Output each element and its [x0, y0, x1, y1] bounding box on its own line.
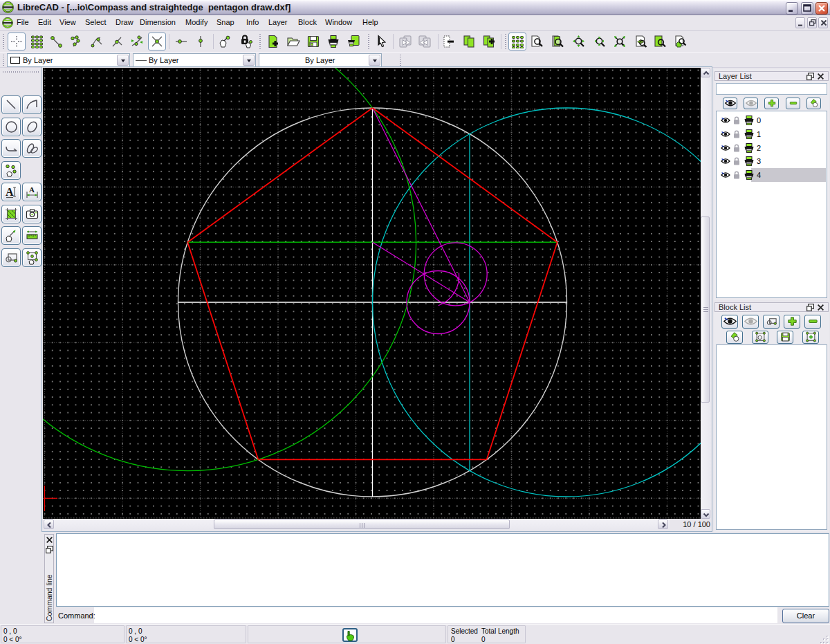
menu-draw[interactable]: Draw: [116, 18, 133, 26]
layer-row-4[interactable]: 4: [717, 168, 826, 182]
pen-linetype-combo[interactable]: By Layer: [133, 53, 256, 67]
toolbar-button-redo[interactable]: [416, 33, 434, 50]
scroll-up-button[interactable]: [701, 68, 710, 77]
menu-info[interactable]: Info: [246, 18, 259, 26]
toolbar-handle[interactable]: [505, 34, 506, 49]
layer-visible-icon[interactable]: [721, 145, 730, 151]
layer-lock-icon[interactable]: [733, 144, 740, 152]
toolbar-button-grid-toggle[interactable]: [508, 33, 526, 50]
cad-button-edit-entity[interactable]: [1, 226, 21, 245]
select-block-button[interactable]: [752, 331, 768, 344]
layer-print-icon[interactable]: [744, 156, 755, 166]
menu-help[interactable]: Help: [362, 18, 378, 26]
show-all-blocks-button[interactable]: [721, 315, 738, 329]
cad-button-draw-text[interactable]: [1, 183, 21, 201]
toolbar-handle[interactable]: [3, 71, 40, 73]
toolbar-button-lock-relative-zero[interactable]: [237, 33, 255, 50]
scroll-right-button[interactable]: [658, 519, 668, 529]
dock-float-icon[interactable]: [806, 304, 814, 311]
cad-button-block-create[interactable]: [1, 248, 21, 267]
vertical-scroll-thumb[interactable]: [701, 217, 710, 403]
toolbar-button-zoom-window[interactable]: [651, 33, 669, 50]
menu-window[interactable]: Window: [325, 18, 352, 26]
layer-print-icon[interactable]: [744, 116, 755, 125]
dock-close-icon[interactable]: [817, 73, 824, 80]
layer-print-icon[interactable]: [744, 143, 755, 153]
layer-print-icon[interactable]: [744, 129, 755, 139]
dock-close-icon[interactable]: [46, 536, 53, 544]
layer-visible-icon[interactable]: [721, 117, 730, 124]
combo-dropdown-icon[interactable]: [117, 55, 129, 66]
combo-dropdown-icon[interactable]: [369, 55, 380, 66]
toolbar-button-snap-grid[interactable]: [28, 33, 46, 50]
layer-visible-icon[interactable]: [721, 131, 730, 138]
toolbar-button-selection-pointer[interactable]: [372, 33, 390, 50]
block-list[interactable]: [716, 344, 827, 530]
toolbar-button-snap-center[interactable]: [88, 33, 106, 50]
clear-button[interactable]: Clear: [782, 609, 829, 623]
cad-button-measure[interactable]: [22, 226, 42, 245]
cad-button-draw-line[interactable]: [1, 95, 21, 114]
menu-edit[interactable]: Edit: [38, 18, 51, 26]
toolbar-button-file-open[interactable]: [284, 33, 302, 50]
toolbar-button-print-preview[interactable]: [344, 33, 362, 50]
command-history[interactable]: [56, 533, 829, 607]
edit-layer-button[interactable]: [806, 98, 821, 109]
scroll-left-button[interactable]: [44, 519, 54, 529]
layer-filter-input[interactable]: [716, 83, 827, 95]
add-block-button[interactable]: [784, 315, 800, 329]
layer-row-1[interactable]: 1: [717, 127, 826, 141]
cad-button-draw-circle[interactable]: [1, 118, 21, 136]
command-dock-titlebar[interactable]: Command line: [44, 534, 54, 623]
toolbar-button-snap-endpoint[interactable]: [48, 33, 66, 50]
save-block-button[interactable]: [777, 331, 793, 344]
mdi-minimize-button[interactable]: [795, 17, 805, 28]
toolbar-button-zoom-auto[interactable]: [611, 33, 629, 50]
command-input[interactable]: [94, 607, 777, 623]
toolbar-handle[interactable]: [259, 34, 261, 49]
cad-button-draw-arc[interactable]: [22, 95, 42, 114]
menu-dimension[interactable]: Dimension: [140, 18, 176, 26]
block-list-titlebar[interactable]: Block List: [714, 302, 829, 312]
dock-float-icon[interactable]: [806, 73, 814, 80]
toolbar-button-paste[interactable]: [480, 33, 498, 50]
layer-lock-icon[interactable]: [733, 130, 740, 138]
menu-select[interactable]: Select: [85, 18, 107, 26]
layer-lock-icon[interactable]: [733, 157, 740, 165]
cad-button-draw-dimension[interactable]: [22, 183, 42, 201]
rename-block-button[interactable]: [763, 315, 780, 329]
toolbar-button-zoom-pan[interactable]: [671, 33, 689, 50]
cad-button-insert-image[interactable]: [22, 205, 42, 223]
layer-row-2[interactable]: 2: [717, 141, 826, 155]
toolbar-handle[interactable]: [3, 34, 4, 49]
menu-modify[interactable]: Modify: [185, 18, 208, 26]
drawing-canvas[interactable]: [43, 68, 701, 519]
toolbar-button-snap-distance[interactable]: [128, 33, 146, 50]
toolbar-button-draft-view[interactable]: [528, 33, 546, 50]
cad-button-draw-spline[interactable]: [22, 139, 42, 158]
toolbar-button-zoom-redraw[interactable]: [548, 33, 566, 50]
toolbar-button-file-save[interactable]: [304, 33, 322, 50]
toolbar-handle[interactable]: [368, 34, 369, 49]
horizontal-scroll-thumb[interactable]: [214, 519, 510, 529]
menu-layer[interactable]: Layer: [268, 18, 288, 26]
menu-snap[interactable]: Snap: [216, 18, 234, 26]
menu-block[interactable]: Block: [298, 18, 317, 26]
vertical-scrollbar[interactable]: [701, 68, 711, 519]
dock-float-icon[interactable]: [46, 546, 53, 553]
toolbar-button-file-new[interactable]: [264, 33, 282, 50]
mdi-close-button[interactable]: [818, 17, 828, 28]
remove-block-button[interactable]: [804, 315, 821, 329]
toolbar-button-file-print[interactable]: [324, 33, 342, 50]
toolbar-handle[interactable]: [3, 55, 4, 66]
add-layer-button[interactable]: [764, 98, 779, 109]
window-maximize-button[interactable]: [801, 2, 813, 15]
toolbar-button-snap-free[interactable]: [8, 33, 26, 50]
menu-file[interactable]: File: [17, 18, 29, 26]
insert-block-button[interactable]: [802, 331, 819, 344]
hide-all-layers-button[interactable]: [744, 98, 758, 109]
toolbar-button-set-relative-zero[interactable]: [216, 33, 234, 50]
cad-button-draw-hatch[interactable]: [1, 205, 21, 223]
pen-color-combo[interactable]: By Layer: [7, 53, 130, 67]
layer-list[interactable]: 01234: [716, 111, 827, 298]
